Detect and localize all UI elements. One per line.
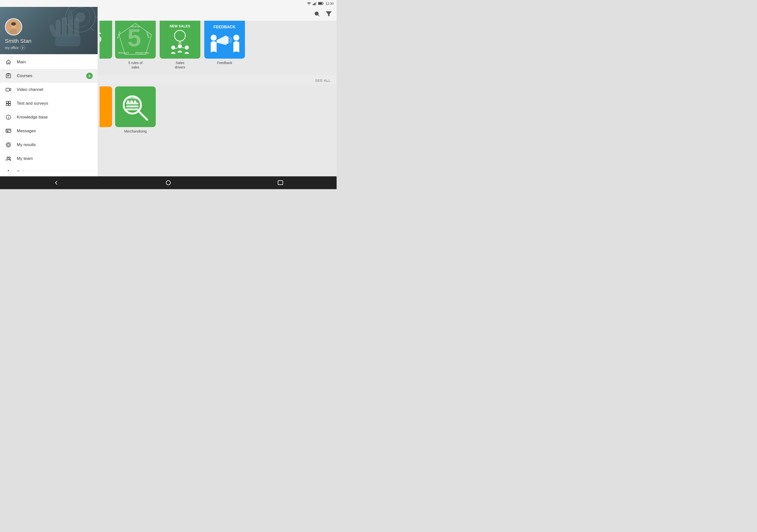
tests-cards-row: и ций (98, 84, 337, 137)
svg-rect-29 (6, 74, 11, 78)
nav-menu: Main Courses 9 Video channel (0, 54, 98, 171)
svg-rect-5 (318, 3, 322, 4)
bottom-nav-bar (0, 176, 337, 189)
sidebar-item-tests[interactable]: Test and surveys (0, 97, 98, 110)
svg-text:5: 5 (127, 24, 141, 51)
sidebar-item-video[interactable]: Video channel (0, 83, 98, 97)
svg-point-26 (11, 22, 16, 26)
svg-text:PROMOTION: PROMOTION (135, 52, 149, 54)
recents-button[interactable] (276, 178, 285, 188)
svg-text:5: 5 (100, 29, 102, 46)
svg-point-83 (166, 181, 170, 185)
profile-name: Smith Stan (5, 38, 93, 44)
card-partial-2[interactable]: и ций (100, 86, 113, 133)
battery-icon (318, 2, 323, 5)
svg-rect-68 (227, 37, 228, 44)
time-display: 12:30 (325, 2, 334, 5)
svg-rect-37 (6, 129, 11, 133)
svg-text:FEEDBACK: FEEDBACK (214, 25, 236, 29)
profile-content: Smith Stan my office (0, 0, 98, 54)
card-5rules[interactable]: NEW 5 PEOPLE PRICE PROMOTION PRODUCT PLA… (113, 18, 158, 70)
svg-rect-0 (313, 4, 314, 5)
svg-point-42 (9, 157, 10, 158)
courses-cards-row: 5 STEPS NEW 5 PEOPLE PRICE PROMOTION (98, 16, 337, 74)
sales-drivers-art: NEW SALES (160, 18, 200, 59)
5rules-label: 5 rules ofsales (128, 61, 143, 70)
sidebar-item-knowledge[interactable]: Knowledge base (0, 110, 98, 124)
video-label: Video channel (17, 87, 93, 92)
svg-point-61 (178, 44, 182, 48)
svg-rect-30 (6, 88, 9, 91)
sidebar-item-messages[interactable]: Messages (0, 124, 98, 138)
rating-label: Rating (17, 170, 93, 171)
search-button[interactable] (313, 10, 321, 18)
svg-line-75 (139, 111, 147, 120)
svg-point-57 (174, 30, 185, 41)
courses-icon (5, 73, 12, 79)
office-chevron-icon[interactable] (20, 45, 25, 50)
svg-point-40 (8, 145, 9, 145)
svg-rect-2 (315, 3, 316, 5)
svg-marker-46 (326, 12, 331, 16)
merchandising-label: Merchandising (124, 129, 147, 133)
status-bar: 12:30 (0, 0, 337, 7)
5rules-art: 5 PEOPLE PRICE PROMOTION PRODUCT PLACE (115, 18, 156, 59)
card-feedback[interactable]: FEEDBACK Feedbac (202, 18, 247, 70)
tests-icon (5, 100, 12, 107)
messages-label: Messages (17, 129, 93, 133)
back-button[interactable] (51, 178, 61, 188)
sidebar-item-main[interactable]: Main (0, 55, 98, 69)
svg-point-44 (315, 12, 318, 15)
feedback-art: FEEDBACK (204, 18, 245, 59)
svg-point-60 (171, 45, 175, 49)
svg-line-45 (318, 15, 319, 16)
sales-drivers-label: Salesdrivers (175, 61, 185, 70)
tests-section: SEE ALL и ций (98, 75, 337, 137)
svg-point-41 (7, 157, 8, 158)
svg-point-69 (233, 35, 239, 41)
profile-office-row[interactable]: my office (5, 45, 93, 50)
office-label: my office (5, 46, 19, 50)
video-icon (5, 86, 12, 93)
svg-rect-77 (126, 105, 138, 107)
wifi-icon (307, 2, 311, 5)
svg-marker-67 (217, 35, 227, 45)
filter-button[interactable] (325, 10, 333, 18)
sidebar-item-team[interactable]: My team (0, 152, 98, 165)
home-icon (5, 59, 12, 66)
svg-rect-78 (126, 108, 138, 110)
card-merchandising[interactable]: FACING Merchandising (113, 86, 158, 133)
main-content: SEE ALL 5 STEPS NEW 5 (98, 7, 337, 176)
svg-text:PLACE: PLACE (117, 31, 121, 39)
svg-text:PRICE: PRICE (146, 31, 150, 39)
home-button[interactable] (164, 178, 173, 188)
team-label: My team (17, 156, 93, 161)
results-label: My results (17, 142, 93, 147)
messages-icon (5, 128, 12, 134)
svg-text:PRODUCT: PRODUCT (118, 52, 129, 54)
svg-rect-33 (6, 104, 8, 106)
sidebar-item-results[interactable]: My results (0, 138, 98, 152)
svg-rect-81 (134, 101, 136, 103)
svg-rect-84 (278, 181, 283, 185)
svg-line-63 (175, 47, 178, 49)
team-icon (5, 155, 12, 162)
feedback-label: Feedback (217, 61, 232, 65)
top-bar (98, 7, 337, 21)
svg-rect-6 (323, 3, 323, 4)
profile-header: Smith Stan my office (0, 0, 98, 54)
svg-text:NEW SALES: NEW SALES (169, 24, 190, 28)
svg-rect-31 (6, 101, 8, 103)
sidebar-item-rating[interactable]: Rating (0, 165, 98, 171)
tests-label: Test and surveys (17, 101, 93, 106)
knowledge-icon (5, 114, 12, 121)
card-sales-drivers[interactable]: NEW NEW SALES (158, 18, 202, 70)
rating-icon (5, 169, 12, 171)
svg-rect-34 (9, 104, 11, 106)
tests-see-all[interactable]: SEE ALL (315, 78, 331, 82)
svg-point-28 (12, 26, 15, 28)
signal-icon (313, 2, 317, 5)
courses-label: Courses (17, 74, 81, 78)
card-partial-1[interactable]: 5 STEPS (100, 18, 113, 70)
sidebar-item-courses[interactable]: Courses 9 (0, 69, 98, 83)
